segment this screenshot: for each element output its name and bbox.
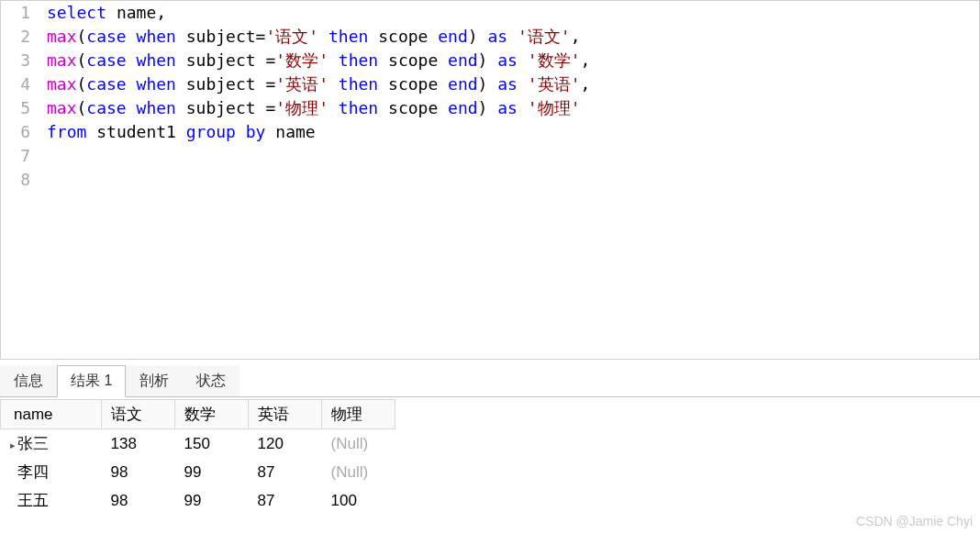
table-cell[interactable]: 100	[322, 486, 395, 515]
code-content[interactable]: max(case when subject='语文' then scope en…	[47, 25, 979, 49]
table-cell[interactable]: (Null)	[322, 429, 395, 459]
code-line[interactable]: 8	[1, 168, 979, 192]
sql-editor[interactable]: 1select name,2max(case when subject='语文'…	[0, 0, 980, 360]
table-cell[interactable]: 98	[102, 458, 175, 486]
code-content[interactable]: max(case when subject ='数学' then scope e…	[47, 49, 979, 72]
table-cell[interactable]: 87	[249, 458, 322, 486]
tab-信息[interactable]: 信息	[0, 365, 57, 396]
code-content[interactable]	[47, 144, 979, 168]
result-tabs: 信息结果 1剖析状态	[0, 365, 980, 397]
code-line[interactable]: 5max(case when subject ='物理' then scope …	[1, 96, 979, 120]
table-cell[interactable]: 120	[249, 429, 322, 459]
code-line[interactable]: 2max(case when subject='语文' then scope e…	[1, 25, 979, 49]
line-number: 8	[1, 168, 47, 192]
table-row[interactable]: 李四989987(Null)	[1, 458, 395, 486]
code-content[interactable]: max(case when subject ='物理' then scope e…	[47, 96, 979, 120]
watermark: CSDN @Jamie Chyi	[856, 514, 973, 528]
table-header-row: name语文数学英语物理	[1, 400, 395, 429]
row-marker-icon: ▸	[10, 439, 17, 451]
table-cell[interactable]: 王五	[1, 486, 102, 515]
table-cell[interactable]: 87	[249, 486, 322, 515]
table-row[interactable]: ▸张三138150120(Null)	[1, 429, 395, 459]
table-cell[interactable]: 李四	[1, 458, 102, 486]
table-cell[interactable]: 99	[175, 458, 249, 486]
table-cell[interactable]: 138	[102, 429, 175, 459]
code-line[interactable]: 6from student1 group by name	[1, 120, 979, 144]
code-line[interactable]: 3max(case when subject ='数学' then scope …	[1, 49, 979, 72]
column-header[interactable]: 英语	[249, 400, 322, 429]
code-content[interactable]: from student1 group by name	[47, 120, 979, 144]
code-content[interactable]: select name,	[47, 1, 979, 25]
code-content[interactable]	[47, 168, 979, 192]
table-row[interactable]: 王五989987100	[1, 486, 395, 515]
column-header[interactable]: 物理	[322, 400, 395, 429]
table-cell[interactable]: 98	[102, 486, 175, 515]
column-header[interactable]: name	[1, 400, 102, 429]
code-content[interactable]: max(case when subject ='英语' then scope e…	[47, 72, 979, 96]
table-cell[interactable]: 99	[175, 486, 249, 515]
code-line[interactable]: 1select name,	[1, 1, 979, 25]
column-header[interactable]: 数学	[175, 400, 249, 429]
line-number: 4	[1, 72, 47, 96]
line-number: 2	[1, 25, 47, 49]
code-line[interactable]: 4max(case when subject ='英语' then scope …	[1, 72, 979, 96]
tab-状态[interactable]: 状态	[183, 365, 239, 396]
tab-剖析[interactable]: 剖析	[126, 365, 183, 396]
table-cell[interactable]: ▸张三	[1, 429, 102, 459]
line-number: 3	[1, 49, 47, 72]
line-number: 6	[1, 120, 47, 144]
column-header[interactable]: 语文	[102, 400, 175, 429]
tab-结果 1[interactable]: 结果 1	[57, 365, 126, 397]
line-number: 7	[1, 144, 47, 168]
code-line[interactable]: 7	[1, 144, 979, 168]
table-cell[interactable]: (Null)	[322, 458, 395, 486]
line-number: 1	[1, 1, 47, 25]
table-cell[interactable]: 150	[175, 429, 249, 459]
result-grid[interactable]: name语文数学英语物理▸张三138150120(Null)李四989987(N…	[0, 399, 395, 515]
line-number: 5	[1, 96, 47, 120]
